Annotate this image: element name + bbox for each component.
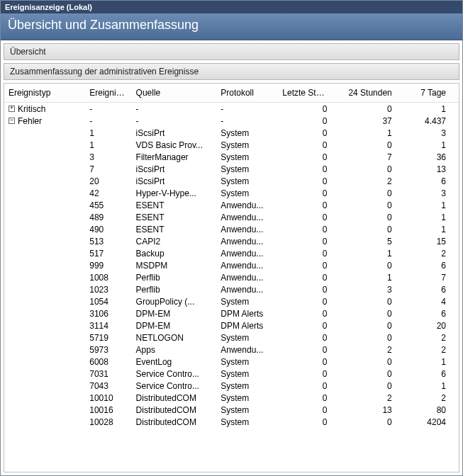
table-row[interactable]: 517BackupAnwendu...012 xyxy=(4,247,459,259)
cell-24h: 0 xyxy=(340,211,404,223)
cell-log: DPM Alerts xyxy=(216,307,278,319)
cell-event-id: 3 xyxy=(85,151,131,163)
cell-source: iScsiPrt xyxy=(132,127,217,139)
cell-24h: 2 xyxy=(340,344,404,356)
cell-event-id: 6008 xyxy=(85,356,131,368)
cell-24h: 0 xyxy=(340,187,404,199)
table-row[interactable]: 42Hyper-V-Hype...System003 xyxy=(4,187,459,199)
table-row[interactable]: 10010DistributedCOMSystem022 xyxy=(4,392,459,404)
table-row[interactable]: 455ESENTAnwendu...001 xyxy=(4,199,459,211)
table-row[interactable]: 3114DPM-EMDPM Alerts0020 xyxy=(4,319,459,332)
cell-source: DistributedCOM xyxy=(132,392,217,404)
table-row[interactable]: 513CAPI2Anwendu...0515 xyxy=(4,235,459,247)
cell-7d: 1 xyxy=(405,199,459,211)
table-row[interactable]: 1023PerflibAnwendu...036 xyxy=(4,283,459,295)
cell-log: System xyxy=(216,392,278,404)
cell-event-id: 3114 xyxy=(85,319,131,332)
cell-7d: 1 xyxy=(405,380,459,392)
cell-7d: 6 xyxy=(405,283,459,295)
cell-last-hour: 0 xyxy=(278,319,340,332)
cell-24h: 2 xyxy=(340,175,404,187)
cell-last-hour: 0 xyxy=(278,139,340,151)
cell-24h: 0 xyxy=(340,103,404,115)
table-row[interactable]: 1054GroupPolicy (...System004 xyxy=(4,295,459,307)
cell-last-hour: 0 xyxy=(278,223,340,235)
table-row[interactable]: 10016DistributedCOMSystem01380 xyxy=(4,404,459,416)
cell-event-id: 455 xyxy=(85,199,131,211)
cell-7d: 3 xyxy=(405,127,459,139)
table-row[interactable]: 5719NETLOGONSystem002 xyxy=(4,332,459,344)
expand-collapse-icon[interactable]: + xyxy=(9,106,15,112)
table-row[interactable]: 490ESENTAnwendu...001 xyxy=(4,223,459,235)
table-row[interactable]: 10028DistributedCOMSystem004204 xyxy=(4,416,459,428)
cell-last-hour: 0 xyxy=(278,187,340,199)
cell-event-id: 1054 xyxy=(85,295,131,307)
col-event-type[interactable]: Ereignistyp xyxy=(4,84,85,103)
table-row[interactable]: 3106DPM-EMDPM Alerts006 xyxy=(4,307,459,319)
cell-7d: 7 xyxy=(405,271,459,283)
cell-7d: 3 xyxy=(405,187,459,199)
table-row[interactable]: 7iScsiPrtSystem0013 xyxy=(4,163,459,175)
table-row[interactable]: 1iScsiPrtSystem013 xyxy=(4,127,459,139)
window-title: Ereignisanzeige (Lokal) xyxy=(5,3,92,11)
cell-log: DPM Alerts xyxy=(216,319,278,332)
cell-24h: 0 xyxy=(340,259,404,271)
table-row[interactable]: 5973AppsAnwendu...022 xyxy=(4,344,459,356)
group-row[interactable]: −Fehler---0374.437 xyxy=(4,115,459,127)
cell-source: Service Contro... xyxy=(132,380,217,392)
cell-24h: 0 xyxy=(340,295,404,307)
cell-source: ESENT xyxy=(132,211,217,223)
col-log[interactable]: Protokoll xyxy=(216,84,278,103)
table-row[interactable]: 999MSDPMAnwendu...006 xyxy=(4,259,459,271)
cell-event-id: 10028 xyxy=(85,416,131,428)
table-row[interactable]: 20iScsiPrtSystem026 xyxy=(4,175,459,187)
cell-log: Anwendu... xyxy=(216,199,278,211)
events-table-groups: +Kritisch---001−Fehler---0374.437 xyxy=(4,103,459,128)
col-source[interactable]: Quelle xyxy=(132,84,217,103)
cell-log: Anwendu... xyxy=(216,344,278,356)
cell-log: Anwendu... xyxy=(216,247,278,259)
table-row[interactable]: 3FilterManagerSystem0736 xyxy=(4,151,459,163)
cell-7d: 4204 xyxy=(405,416,459,428)
cell-7d: 4.437 xyxy=(405,115,459,127)
cell-last-hour: 0 xyxy=(278,356,340,368)
table-row[interactable]: 1VDS Basic Prov...System001 xyxy=(4,139,459,151)
table-row[interactable]: 489ESENTAnwendu...001 xyxy=(4,211,459,223)
cell-event-id: 7 xyxy=(85,163,131,175)
cell-source: iScsiPrt xyxy=(132,175,217,187)
cell-24h: 37 xyxy=(340,115,404,127)
col-event-id[interactable]: Ereignis... xyxy=(85,84,131,103)
cell-7d: 2 xyxy=(405,332,459,344)
col-24h[interactable]: 24 Stunden xyxy=(340,84,404,103)
col-last-hour[interactable]: Letzte Stu... xyxy=(278,84,340,103)
cell-last-hour: 0 xyxy=(278,416,340,428)
cell-source: DistributedCOM xyxy=(132,404,217,416)
cell-event-id: 999 xyxy=(85,259,131,271)
cell-7d: 2 xyxy=(405,247,459,259)
table-row[interactable]: 6008EventLogSystem001 xyxy=(4,356,459,368)
cell-source: DPM-EM xyxy=(132,307,217,319)
cell-7d: 13 xyxy=(405,163,459,175)
table-row[interactable]: 7043Service Contro...System001 xyxy=(4,380,459,392)
cell-24h: 0 xyxy=(340,356,404,368)
cell-24h: 2 xyxy=(340,392,404,404)
cell-24h: 0 xyxy=(340,139,404,151)
cell-24h: 1 xyxy=(340,247,404,259)
cell-last-hour: 0 xyxy=(278,115,340,127)
group-row[interactable]: +Kritisch---001 xyxy=(4,103,459,115)
table-row[interactable]: 7031Service Contro...System006 xyxy=(4,368,459,380)
cell-last-hour: 0 xyxy=(278,151,340,163)
cell-24h: 0 xyxy=(340,368,404,380)
table-row[interactable]: 1008PerflibAnwendu...017 xyxy=(4,271,459,283)
expand-collapse-icon[interactable]: − xyxy=(9,118,15,124)
cell-source: Apps xyxy=(132,344,217,356)
cell-log: Anwendu... xyxy=(216,283,278,295)
group-name: Kritisch xyxy=(18,104,45,114)
cell-log: - xyxy=(216,115,278,127)
cell-source: GroupPolicy (... xyxy=(132,295,217,307)
cell-log: Anwendu... xyxy=(216,223,278,235)
cell-last-hour: 0 xyxy=(278,127,340,139)
cell-log: System xyxy=(216,163,278,175)
col-7d[interactable]: 7 Tage xyxy=(405,84,459,103)
events-table-head: Ereignistyp Ereignis... Quelle Protokoll… xyxy=(4,84,459,103)
